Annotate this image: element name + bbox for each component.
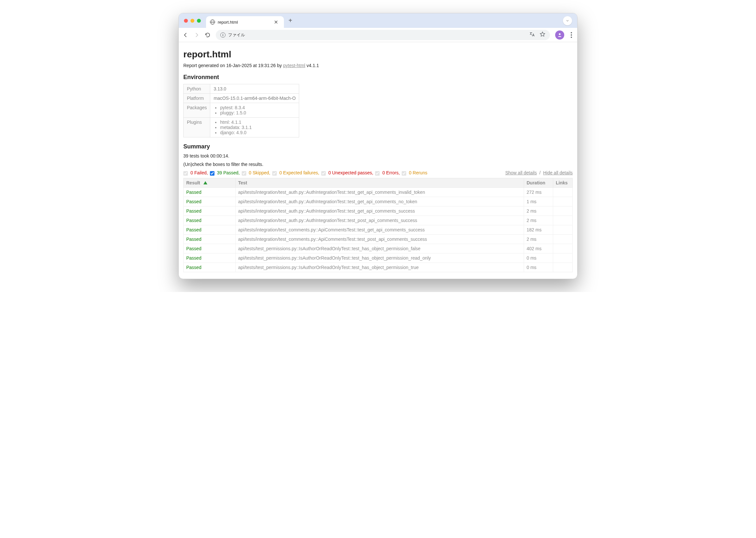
checkbox-failed[interactable]	[183, 171, 188, 176]
cell-links	[553, 206, 573, 216]
browser-tab[interactable]: report.html ✕	[206, 16, 284, 28]
results-row[interactable]: Passedapi/tests/integration/test_auth.py…	[184, 216, 573, 225]
address-bar[interactable]: i ファイル	[216, 30, 550, 40]
results-row[interactable]: Passedapi/tests/integration/test_auth.py…	[184, 188, 573, 197]
env-key: Python	[184, 84, 210, 94]
cell-result: Passed	[184, 244, 235, 253]
cell-duration: 2 ms	[524, 216, 553, 225]
chevron-down-icon	[566, 19, 569, 23]
env-row-plugins: Plugins html: 4.1.1metadata: 3.1.1django…	[184, 118, 299, 137]
cell-links	[553, 263, 573, 272]
env-row-platform: Platform macOS-15.0.1-arm64-arm-64bit-Ma…	[184, 94, 299, 103]
filter-errors-label: 0 Errors,	[382, 170, 400, 175]
cell-test: api/tests/test_permissions.py::IsAuthorO…	[235, 244, 524, 253]
results-table: Result Test Duration Links Passedapi/tes…	[183, 178, 573, 272]
filter-hint: (Un)check the boxes to filter the result…	[183, 162, 573, 167]
close-tab-button[interactable]: ✕	[272, 19, 280, 25]
filter-bar: 0 Failed, 39 Passed, 0 Skipped, 0 Expect…	[183, 170, 573, 175]
env-val: 3.13.0	[210, 84, 299, 94]
header-duration[interactable]: Duration	[524, 178, 553, 188]
detail-links: Show all details / Hide all details	[505, 170, 573, 175]
page-content: report.html Report generated on 16-Jan-2…	[179, 42, 577, 279]
svg-point-0	[559, 33, 560, 35]
checkbox-xpass[interactable]	[321, 171, 326, 176]
results-header-row: Result Test Duration Links	[184, 178, 573, 188]
window-controls	[184, 19, 201, 23]
browser-menu-button[interactable]	[569, 32, 573, 38]
env-key: Plugins	[184, 118, 210, 137]
filter-xfail-label: 0 Expected failures,	[280, 170, 319, 175]
cell-links	[553, 197, 573, 206]
cell-test: api/tests/integration/test_comments.py::…	[235, 235, 524, 244]
minimize-window-button[interactable]	[190, 19, 194, 23]
cell-test: api/tests/test_permissions.py::IsAuthorO…	[235, 253, 524, 263]
env-key: Packages	[184, 103, 210, 118]
hide-all-link[interactable]: Hide all details	[543, 170, 573, 175]
cell-links	[553, 253, 573, 263]
new-tab-button[interactable]: +	[288, 17, 292, 24]
plugin-version: v4.1.1	[305, 63, 319, 68]
close-window-button[interactable]	[184, 19, 188, 23]
forward-button[interactable]	[194, 32, 200, 38]
cell-duration: 1 ms	[524, 197, 553, 206]
maximize-window-button[interactable]	[197, 19, 201, 23]
env-list-item: html: 4.1.1	[220, 120, 295, 125]
environment-heading: Environment	[183, 74, 573, 81]
filter-skipped-label: 0 Skipped,	[249, 170, 270, 175]
cell-test: api/tests/test_permissions.py::IsAuthorO…	[235, 263, 524, 272]
generated-line: Report generated on 16-Jan-2025 at 19:31…	[183, 63, 573, 68]
cell-result: Passed	[184, 263, 235, 272]
sort-asc-icon	[204, 180, 207, 186]
toolbar: i ファイル	[179, 28, 577, 42]
cell-duration: 0 ms	[524, 263, 553, 272]
results-row[interactable]: Passedapi/tests/integration/test_auth.py…	[184, 197, 573, 206]
back-button[interactable]	[183, 32, 189, 38]
cell-result: Passed	[184, 235, 235, 244]
cell-test: api/tests/integration/test_auth.py::Auth…	[235, 188, 524, 197]
reload-icon	[205, 32, 211, 38]
cell-links	[553, 235, 573, 244]
cell-test: api/tests/integration/test_comments.py::…	[235, 225, 524, 235]
header-links[interactable]: Links	[553, 178, 573, 188]
checkbox-passed[interactable]	[210, 171, 215, 176]
cell-duration: 2 ms	[524, 206, 553, 216]
omnibox-actions	[529, 31, 545, 38]
results-row[interactable]: Passedapi/tests/test_permissions.py::IsA…	[184, 244, 573, 253]
results-row[interactable]: Passedapi/tests/integration/test_comment…	[184, 225, 573, 235]
omnibox-label: ファイル	[228, 32, 245, 38]
cell-links	[553, 225, 573, 235]
profile-avatar[interactable]	[555, 30, 564, 39]
header-test[interactable]: Test	[235, 178, 524, 188]
cell-test: api/tests/integration/test_auth.py::Auth…	[235, 197, 524, 206]
cell-result: Passed	[184, 225, 235, 235]
show-all-link[interactable]: Show all details	[505, 170, 537, 175]
header-result[interactable]: Result	[184, 178, 235, 188]
checkbox-errors[interactable]	[375, 171, 380, 176]
checkbox-xfail[interactable]	[272, 171, 277, 176]
cell-test: api/tests/integration/test_auth.py::Auth…	[235, 206, 524, 216]
cell-result: Passed	[184, 206, 235, 216]
results-row[interactable]: Passedapi/tests/integration/test_auth.py…	[184, 206, 573, 216]
bookmark-icon[interactable]	[539, 31, 545, 38]
reload-button[interactable]	[205, 32, 211, 38]
translate-icon[interactable]	[529, 31, 535, 38]
summary-heading: Summary	[183, 143, 573, 150]
info-icon: i	[220, 32, 225, 37]
cell-links	[553, 216, 573, 225]
env-key: Platform	[184, 94, 210, 103]
results-row[interactable]: Passedapi/tests/test_permissions.py::IsA…	[184, 253, 573, 263]
env-val: html: 4.1.1metadata: 3.1.1django: 4.9.0	[210, 118, 299, 137]
checkbox-reruns[interactable]	[402, 171, 406, 176]
env-val: pytest: 8.3.4pluggy: 1.5.0	[210, 103, 299, 118]
env-list-item: pluggy: 1.5.0	[220, 110, 295, 115]
results-row[interactable]: Passedapi/tests/integration/test_comment…	[184, 235, 573, 244]
generated-prefix: Report generated on 16-Jan-2025 at 19:31…	[183, 63, 283, 68]
tab-overflow-button[interactable]	[563, 16, 572, 25]
checkbox-skipped[interactable]	[242, 171, 246, 176]
results-row[interactable]: Passedapi/tests/test_permissions.py::IsA…	[184, 263, 573, 272]
arrow-right-icon	[194, 32, 200, 38]
pytest-html-link[interactable]: pytest-html	[283, 63, 305, 68]
titlebar: report.html ✕ +	[179, 13, 577, 28]
cell-result: Passed	[184, 216, 235, 225]
browser-window: report.html ✕ + i ファイル	[178, 13, 578, 279]
